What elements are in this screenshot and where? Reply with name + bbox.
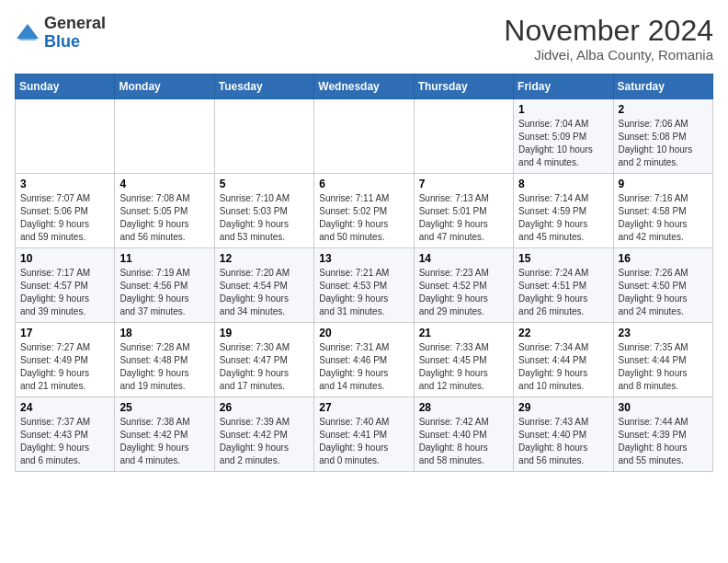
- day-number: 4: [119, 178, 209, 190]
- day-number: 19: [220, 327, 309, 339]
- day-info: Sunrise: 7:14 AMSunset: 4:59 PMDaylight:…: [518, 192, 608, 244]
- calendar-day-26: 26Sunrise: 7:39 AMSunset: 4:42 PMDayligh…: [214, 397, 313, 472]
- logo: General Blue: [15, 15, 106, 52]
- calendar-day-13: 13Sunrise: 7:21 AMSunset: 4:53 PMDayligh…: [314, 248, 414, 323]
- calendar-subtitle: Jidvei, Alba County, Romania: [504, 47, 713, 63]
- day-number: 17: [20, 327, 109, 339]
- day-info: Sunrise: 7:06 AMSunset: 5:08 PMDaylight:…: [619, 118, 708, 169]
- day-number: 16: [619, 252, 708, 265]
- day-number: 9: [619, 178, 708, 190]
- day-info: Sunrise: 7:24 AMSunset: 4:51 PMDaylight:…: [518, 267, 608, 318]
- calendar-day-24: 24Sunrise: 7:37 AMSunset: 4:43 PMDayligh…: [16, 397, 115, 472]
- day-number: 30: [619, 401, 708, 414]
- day-info: Sunrise: 7:08 AMSunset: 5:05 PMDaylight:…: [119, 192, 209, 244]
- calendar-day-6: 6Sunrise: 7:11 AMSunset: 5:02 PMDaylight…: [314, 174, 414, 248]
- day-info: Sunrise: 7:20 AMSunset: 4:54 PMDaylight:…: [220, 267, 309, 318]
- title-block: November 2024 Jidvei, Alba County, Roman…: [504, 15, 713, 63]
- day-info: Sunrise: 7:28 AMSunset: 4:48 PMDaylight:…: [119, 341, 209, 393]
- day-number: 1: [518, 103, 608, 116]
- calendar-empty-cell: [314, 99, 414, 174]
- calendar-day-29: 29Sunrise: 7:43 AMSunset: 4:40 PMDayligh…: [514, 397, 613, 472]
- day-info: Sunrise: 7:37 AMSunset: 4:43 PMDaylight:…: [20, 416, 109, 467]
- day-number: 23: [619, 327, 708, 339]
- day-info: Sunrise: 7:17 AMSunset: 4:57 PMDaylight:…: [20, 267, 109, 318]
- day-number: 8: [518, 178, 608, 190]
- calendar-day-19: 19Sunrise: 7:30 AMSunset: 4:47 PMDayligh…: [214, 323, 313, 397]
- day-number: 20: [319, 327, 408, 339]
- day-info: Sunrise: 7:38 AMSunset: 4:42 PMDaylight:…: [119, 416, 209, 467]
- calendar-day-30: 30Sunrise: 7:44 AMSunset: 4:39 PMDayligh…: [613, 397, 712, 472]
- calendar-day-11: 11Sunrise: 7:19 AMSunset: 4:56 PMDayligh…: [115, 248, 214, 323]
- day-number: 15: [518, 252, 608, 265]
- day-number: 27: [319, 401, 408, 414]
- weekday-header-monday: Monday: [115, 75, 214, 99]
- calendar-day-3: 3Sunrise: 7:07 AMSunset: 5:06 PMDaylight…: [16, 174, 115, 248]
- calendar-day-25: 25Sunrise: 7:38 AMSunset: 4:42 PMDayligh…: [115, 397, 214, 472]
- calendar-day-1: 1Sunrise: 7:04 AMSunset: 5:09 PMDaylight…: [514, 99, 613, 174]
- day-info: Sunrise: 7:07 AMSunset: 5:06 PMDaylight:…: [20, 192, 109, 244]
- weekday-header-tuesday: Tuesday: [214, 75, 313, 99]
- day-info: Sunrise: 7:13 AMSunset: 5:01 PMDaylight:…: [419, 192, 508, 244]
- day-number: 3: [20, 178, 109, 190]
- day-info: Sunrise: 7:30 AMSunset: 4:47 PMDaylight:…: [220, 341, 309, 393]
- weekday-header-row: SundayMondayTuesdayWednesdayThursdayFrid…: [16, 75, 713, 99]
- day-number: 14: [419, 252, 508, 265]
- day-number: 29: [518, 401, 608, 414]
- calendar-day-20: 20Sunrise: 7:31 AMSunset: 4:46 PMDayligh…: [314, 323, 414, 397]
- calendar-day-27: 27Sunrise: 7:40 AMSunset: 4:41 PMDayligh…: [314, 397, 414, 472]
- day-info: Sunrise: 7:40 AMSunset: 4:41 PMDaylight:…: [319, 416, 408, 467]
- calendar-empty-cell: [214, 99, 313, 174]
- day-number: 10: [20, 252, 109, 265]
- day-number: 18: [119, 327, 209, 339]
- calendar-day-8: 8Sunrise: 7:14 AMSunset: 4:59 PMDaylight…: [514, 174, 613, 248]
- weekday-header-wednesday: Wednesday: [314, 75, 414, 99]
- day-number: 21: [419, 327, 508, 339]
- calendar-empty-cell: [115, 99, 214, 174]
- calendar-day-2: 2Sunrise: 7:06 AMSunset: 5:08 PMDaylight…: [613, 99, 712, 174]
- day-info: Sunrise: 7:34 AMSunset: 4:44 PMDaylight:…: [518, 341, 608, 393]
- logo-icon: [15, 20, 40, 46]
- day-number: 6: [319, 178, 408, 190]
- day-info: Sunrise: 7:21 AMSunset: 4:53 PMDaylight:…: [319, 267, 408, 318]
- day-info: Sunrise: 7:44 AMSunset: 4:39 PMDaylight:…: [619, 416, 708, 467]
- day-info: Sunrise: 7:31 AMSunset: 4:46 PMDaylight:…: [319, 341, 408, 393]
- day-info: Sunrise: 7:04 AMSunset: 5:09 PMDaylight:…: [518, 118, 608, 169]
- calendar-day-9: 9Sunrise: 7:16 AMSunset: 4:58 PMDaylight…: [613, 174, 712, 248]
- day-number: 22: [518, 327, 608, 339]
- calendar-empty-cell: [414, 99, 513, 174]
- day-number: 24: [20, 401, 109, 414]
- calendar-day-16: 16Sunrise: 7:26 AMSunset: 4:50 PMDayligh…: [613, 248, 712, 323]
- calendar-week-4: 17Sunrise: 7:27 AMSunset: 4:49 PMDayligh…: [16, 323, 713, 397]
- calendar-week-2: 3Sunrise: 7:07 AMSunset: 5:06 PMDaylight…: [16, 174, 713, 248]
- calendar-day-12: 12Sunrise: 7:20 AMSunset: 4:54 PMDayligh…: [214, 248, 313, 323]
- calendar-week-3: 10Sunrise: 7:17 AMSunset: 4:57 PMDayligh…: [16, 248, 713, 323]
- calendar-day-15: 15Sunrise: 7:24 AMSunset: 4:51 PMDayligh…: [514, 248, 613, 323]
- calendar-header: SundayMondayTuesdayWednesdayThursdayFrid…: [16, 75, 713, 99]
- day-info: Sunrise: 7:39 AMSunset: 4:42 PMDaylight:…: [220, 416, 309, 467]
- calendar-day-10: 10Sunrise: 7:17 AMSunset: 4:57 PMDayligh…: [16, 248, 115, 323]
- day-info: Sunrise: 7:11 AMSunset: 5:02 PMDaylight:…: [319, 192, 408, 244]
- calendar-week-1: 1Sunrise: 7:04 AMSunset: 5:09 PMDaylight…: [16, 99, 713, 174]
- day-number: 2: [619, 103, 708, 116]
- day-info: Sunrise: 7:16 AMSunset: 4:58 PMDaylight:…: [619, 192, 708, 244]
- calendar-empty-cell: [16, 99, 115, 174]
- weekday-header-saturday: Saturday: [613, 75, 712, 99]
- calendar-day-14: 14Sunrise: 7:23 AMSunset: 4:52 PMDayligh…: [414, 248, 513, 323]
- page-header: General Blue November 2024 Jidvei, Alba …: [15, 15, 713, 63]
- day-info: Sunrise: 7:27 AMSunset: 4:49 PMDaylight:…: [20, 341, 109, 393]
- calendar-body: 1Sunrise: 7:04 AMSunset: 5:09 PMDaylight…: [16, 99, 713, 472]
- day-number: 28: [419, 401, 508, 414]
- day-info: Sunrise: 7:35 AMSunset: 4:44 PMDaylight:…: [619, 341, 708, 393]
- calendar-day-4: 4Sunrise: 7:08 AMSunset: 5:05 PMDaylight…: [115, 174, 214, 248]
- logo-general-text: General: [44, 14, 106, 32]
- calendar-week-5: 24Sunrise: 7:37 AMSunset: 4:43 PMDayligh…: [16, 397, 713, 472]
- day-info: Sunrise: 7:26 AMSunset: 4:50 PMDaylight:…: [619, 267, 708, 318]
- day-number: 7: [419, 178, 508, 190]
- calendar-day-21: 21Sunrise: 7:33 AMSunset: 4:45 PMDayligh…: [414, 323, 513, 397]
- calendar-day-22: 22Sunrise: 7:34 AMSunset: 4:44 PMDayligh…: [514, 323, 613, 397]
- day-info: Sunrise: 7:19 AMSunset: 4:56 PMDaylight:…: [119, 267, 209, 318]
- logo-text: General Blue: [44, 15, 106, 52]
- day-number: 26: [220, 401, 309, 414]
- day-info: Sunrise: 7:23 AMSunset: 4:52 PMDaylight:…: [419, 267, 508, 318]
- calendar-day-23: 23Sunrise: 7:35 AMSunset: 4:44 PMDayligh…: [613, 323, 712, 397]
